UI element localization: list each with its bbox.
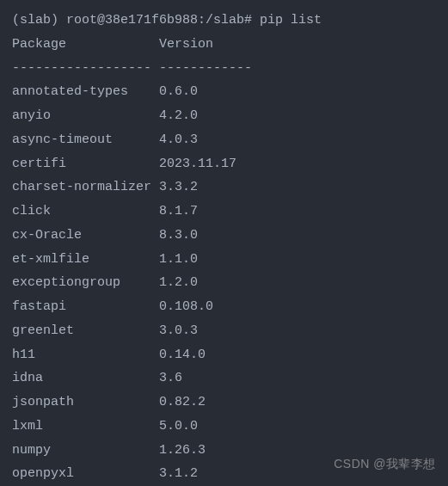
header-version: Version bbox=[159, 33, 213, 57]
package-name: click bbox=[12, 200, 159, 224]
table-row: charset-normalizer3.3.2 bbox=[12, 175, 436, 200]
package-name: greenlet bbox=[12, 319, 159, 343]
table-row: async-timeout4.0.3 bbox=[12, 128, 436, 152]
package-version: 3.0.3 bbox=[159, 319, 198, 343]
divider-package: ------------------ bbox=[12, 57, 159, 81]
package-version: 1.26.3 bbox=[159, 439, 206, 463]
table-row: exceptiongroup1.2.0 bbox=[12, 271, 436, 295]
package-name: anyio bbox=[12, 104, 159, 128]
table-row: idna3.6 bbox=[12, 366, 436, 391]
package-name: exceptiongroup bbox=[12, 271, 159, 295]
package-version: 0.6.0 bbox=[159, 80, 198, 104]
table-row: cx-Oracle8.3.0 bbox=[12, 224, 436, 248]
package-name: h11 bbox=[12, 343, 159, 367]
package-name: charset-normalizer bbox=[12, 175, 159, 200]
table-row: greenlet3.0.3 bbox=[12, 319, 436, 343]
terminal-prompt-line: (slab) root@38e171f6b988:/slab# pip list bbox=[12, 9, 436, 33]
package-version: 3.3.2 bbox=[159, 175, 198, 200]
package-name: et-xmlfile bbox=[12, 248, 159, 272]
package-version: 1.2.0 bbox=[159, 271, 198, 295]
package-name: certifi bbox=[12, 152, 159, 176]
package-name: fastapi bbox=[12, 295, 159, 319]
package-name: jsonpath bbox=[12, 391, 159, 415]
watermark-text: CSDN @我辈李想 bbox=[334, 453, 436, 476]
package-list: annotated-types0.6.0anyio4.2.0async-time… bbox=[12, 80, 436, 486]
package-version: 3.1.2 bbox=[159, 462, 198, 486]
table-row: fastapi0.108.0 bbox=[12, 295, 436, 319]
package-version: 0.108.0 bbox=[159, 295, 213, 319]
table-row: et-xmlfile1.1.0 bbox=[12, 248, 436, 272]
package-version: 4.0.3 bbox=[159, 128, 198, 152]
package-name: lxml bbox=[12, 415, 159, 439]
package-version: 2023.11.17 bbox=[159, 152, 236, 176]
package-version: 4.2.0 bbox=[159, 104, 198, 128]
header-package: Package bbox=[12, 33, 159, 57]
table-row: lxml5.0.0 bbox=[12, 415, 436, 439]
table-row: anyio4.2.0 bbox=[12, 104, 436, 128]
command-text: pip list bbox=[260, 13, 322, 28]
package-version: 0.14.0 bbox=[159, 343, 206, 367]
prompt-env: (slab) bbox=[12, 13, 66, 28]
package-name: cx-Oracle bbox=[12, 224, 159, 248]
divider-version: ------------ bbox=[159, 57, 252, 81]
package-version: 5.0.0 bbox=[159, 415, 198, 439]
package-name: idna bbox=[12, 366, 159, 391]
table-divider-row: ------------------------------ bbox=[12, 57, 436, 81]
package-name: annotated-types bbox=[12, 80, 159, 104]
prompt-user-host: root@38e171f6b988 bbox=[66, 13, 198, 28]
table-header-row: PackageVersion bbox=[12, 33, 436, 57]
package-name: async-timeout bbox=[12, 128, 159, 152]
table-row: jsonpath0.82.2 bbox=[12, 391, 436, 415]
table-row: click8.1.7 bbox=[12, 200, 436, 224]
table-row: h110.14.0 bbox=[12, 343, 436, 367]
package-name: openpyxl bbox=[12, 462, 159, 486]
package-version: 8.3.0 bbox=[159, 224, 198, 248]
package-version: 8.1.7 bbox=[159, 200, 198, 224]
table-row: certifi2023.11.17 bbox=[12, 152, 436, 176]
package-version: 3.6 bbox=[159, 366, 182, 391]
table-row: annotated-types0.6.0 bbox=[12, 80, 436, 104]
package-version: 1.1.0 bbox=[159, 248, 198, 272]
prompt-path: :/slab# bbox=[198, 13, 260, 28]
package-name: numpy bbox=[12, 439, 159, 463]
package-version: 0.82.2 bbox=[159, 391, 206, 415]
